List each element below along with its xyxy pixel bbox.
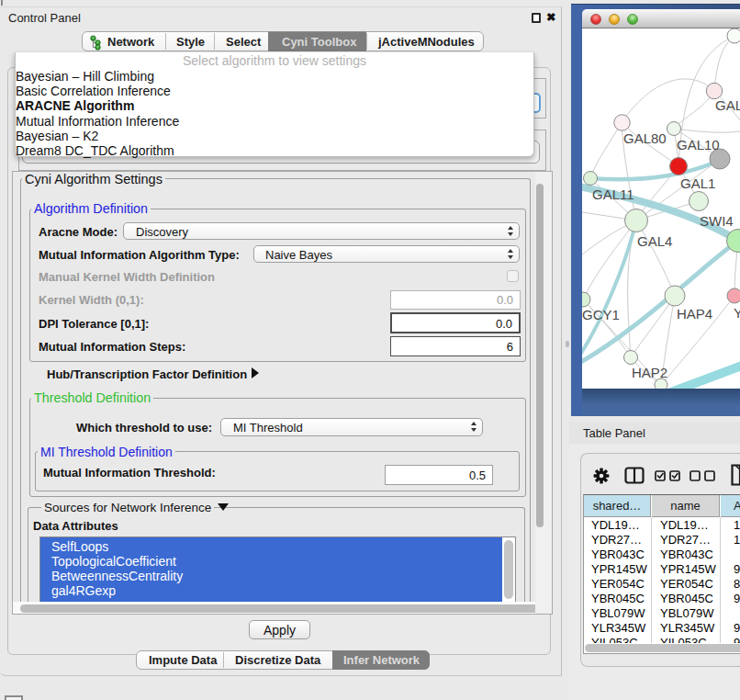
svg-text:YM: YM — [734, 305, 740, 321]
svg-text:GAL4: GAL4 — [637, 233, 672, 249]
svg-text:HAP4: HAP4 — [677, 306, 712, 322]
svg-text:SWI4: SWI4 — [700, 213, 734, 229]
svg-text:GAL11: GAL11 — [592, 186, 634, 202]
svg-text:GAL1: GAL1 — [680, 175, 715, 191]
svg-text:GCY1: GCY1 — [582, 307, 620, 322]
svg-text:GAL10: GAL10 — [677, 137, 720, 152]
svg-text:HAP2: HAP2 — [632, 365, 667, 380]
svg-text:GAL80: GAL80 — [623, 130, 667, 146]
svg-text:GAL7: GAL7 — [715, 97, 740, 113]
